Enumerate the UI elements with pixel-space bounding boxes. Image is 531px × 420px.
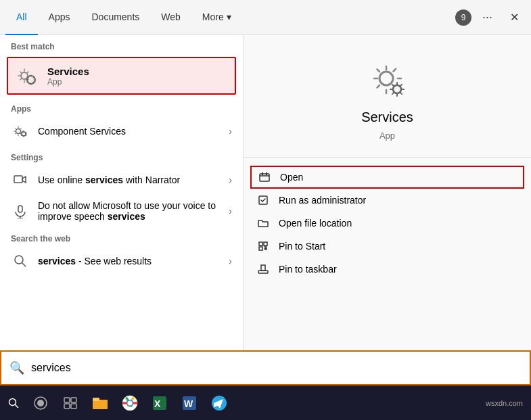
svg-rect-5 xyxy=(18,206,22,212)
svg-point-11 xyxy=(393,85,401,93)
notification-badge: 9 xyxy=(455,9,471,26)
best-match-text: Services App xyxy=(47,66,89,87)
pin-taskbar-label: Pin to taskbar xyxy=(279,264,337,275)
cortana-button[interactable] xyxy=(27,390,54,417)
svg-rect-17 xyxy=(264,242,267,246)
search-tabs: All Apps Documents Web More ▾ 9 ··· ✕ xyxy=(0,0,531,35)
pin-taskbar-icon xyxy=(257,263,269,275)
svg-rect-24 xyxy=(64,398,70,402)
app-name-label: Services xyxy=(361,110,413,125)
settings-header: Settings xyxy=(0,146,243,165)
svg-point-8 xyxy=(15,256,23,264)
component-services-item[interactable]: Component Services › xyxy=(0,116,243,146)
pin-start-icon xyxy=(257,240,269,252)
best-match-title: Services xyxy=(47,66,89,77)
tab-apps[interactable]: Apps xyxy=(38,0,81,35)
excel-button[interactable]: X xyxy=(146,390,173,417)
narrator-arrow: › xyxy=(229,174,232,185)
search-input[interactable] xyxy=(31,362,522,374)
pin-to-start-button[interactable]: Pin to Start xyxy=(244,235,531,258)
taskbar-search-icon[interactable] xyxy=(3,392,24,414)
open-icon xyxy=(258,171,271,183)
pin-to-taskbar-button[interactable]: Pin to taskbar xyxy=(244,258,531,281)
left-panel: Best match Services App Apps xyxy=(0,35,244,386)
search-bar: 🔍 xyxy=(0,350,531,386)
open-button[interactable]: Open xyxy=(250,166,524,189)
svg-point-2 xyxy=(16,129,21,134)
svg-rect-26 xyxy=(64,404,70,409)
run-as-admin-label: Run as administrator xyxy=(279,195,366,206)
tab-web[interactable]: Web xyxy=(150,0,191,35)
file-explorer-button[interactable] xyxy=(87,390,114,417)
component-services-arrow: › xyxy=(229,126,232,137)
svg-rect-12 xyxy=(260,174,269,181)
app-big-icon xyxy=(363,55,412,104)
app-detail-header: Services App xyxy=(244,35,531,154)
svg-rect-14 xyxy=(266,172,267,175)
svg-point-3 xyxy=(22,132,26,136)
voice-services-item[interactable]: Do not allow Microsoft to use your voice… xyxy=(0,195,243,227)
svg-point-33 xyxy=(128,400,133,405)
ellipsis-button[interactable]: ··· xyxy=(477,7,498,27)
svg-rect-28 xyxy=(93,400,108,409)
svg-point-10 xyxy=(379,72,393,85)
services-icon xyxy=(15,64,39,88)
right-panel: Services App Open xyxy=(244,35,531,386)
open-label: Open xyxy=(280,172,303,183)
apps-header: Apps xyxy=(0,97,243,116)
narrator-icon xyxy=(11,170,30,189)
divider xyxy=(244,157,531,158)
chevron-down-icon: ▾ xyxy=(227,11,231,22)
svg-line-21 xyxy=(15,404,18,408)
component-services-label: Component Services xyxy=(38,126,221,137)
folder-icon xyxy=(257,217,269,229)
search-bar-icon: 🔍 xyxy=(9,360,24,375)
context-menu: Open Run as administrator xyxy=(244,160,531,286)
svg-rect-4 xyxy=(14,176,22,183)
svg-text:W: W xyxy=(184,398,193,409)
wsxdn-label: wsxdn.com xyxy=(486,399,523,407)
best-match-header: Best match xyxy=(0,35,243,54)
run-admin-icon xyxy=(257,194,269,206)
svg-line-9 xyxy=(22,263,26,267)
chrome-button[interactable] xyxy=(116,390,143,417)
narrator-label: Use online services with Narrator xyxy=(38,174,221,185)
web-search-arrow: › xyxy=(229,256,232,266)
tab-more[interactable]: More ▾ xyxy=(191,0,242,35)
task-view-button[interactable] xyxy=(57,390,84,417)
open-file-label: Open file location xyxy=(279,218,352,229)
run-as-admin-button[interactable]: Run as administrator xyxy=(244,189,531,212)
close-button[interactable]: ✕ xyxy=(503,8,526,26)
telegram-button[interactable] xyxy=(206,390,233,417)
search-content: Best match Services App Apps xyxy=(0,35,531,386)
component-services-icon xyxy=(11,122,30,141)
svg-rect-13 xyxy=(262,172,263,175)
svg-rect-18 xyxy=(259,247,262,250)
app-type-label: App xyxy=(379,131,395,141)
taskbar-right: wsxdn.com xyxy=(486,399,528,407)
voice-arrow: › xyxy=(229,206,232,216)
taskbar-items: X W xyxy=(27,390,233,417)
web-search-label: services - See web results xyxy=(38,256,221,266)
tab-right-controls: 9 ··· ✕ xyxy=(455,7,526,27)
svg-rect-27 xyxy=(71,404,76,409)
search-overlay: All Apps Documents Web More ▾ 9 ··· ✕ Be… xyxy=(0,0,531,386)
tab-documents[interactable]: Documents xyxy=(80,0,150,35)
web-search-item[interactable]: services - See web results › xyxy=(0,246,243,276)
narrator-services-item[interactable]: Use online services with Narrator › xyxy=(0,165,243,195)
web-header: Search the web xyxy=(0,227,243,246)
svg-point-23 xyxy=(37,400,44,406)
best-match-item[interactable]: Services App xyxy=(7,57,236,95)
best-match-subtitle: App xyxy=(47,77,89,87)
svg-rect-29 xyxy=(93,398,99,401)
svg-text:X: X xyxy=(154,398,161,409)
taskbar: X W wsxdn.com xyxy=(0,386,531,420)
pin-start-label: Pin to Start xyxy=(279,241,325,252)
word-button[interactable]: W xyxy=(176,390,203,417)
tab-all[interactable]: All xyxy=(5,0,38,35)
voice-label: Do not allow Microsoft to use your voice… xyxy=(38,200,221,222)
voice-icon xyxy=(11,202,30,220)
search-web-icon xyxy=(11,252,30,271)
open-file-location-button[interactable]: Open file location xyxy=(244,212,531,235)
svg-rect-25 xyxy=(71,398,76,402)
